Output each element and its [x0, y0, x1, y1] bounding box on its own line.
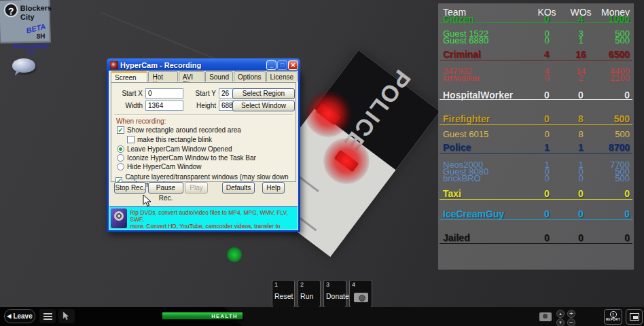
money-cell: 500	[592, 173, 630, 183]
leaderboard-player-row: kmwalker022100	[438, 73, 634, 82]
start-x-input[interactable]	[145, 88, 183, 98]
money-cell: 500	[592, 129, 630, 139]
report-button[interactable]: ! REPORT	[604, 309, 622, 325]
leaderboard-player-row: brickBRO00500	[438, 173, 634, 183]
kos-cell: 0	[535, 129, 558, 139]
tab-screen-area[interactable]: Screen Area	[111, 71, 147, 82]
hotbar-slot-2[interactable]: 2Run	[298, 280, 321, 308]
bottom-bar: ◀ Leave HEALTH ▲ + ▼ − ! REPORT	[0, 307, 644, 326]
health-fill: HEALTH	[162, 312, 243, 319]
select-region-button[interactable]: Select Region	[232, 88, 295, 99]
team-underline	[440, 153, 632, 153]
pause-rec-button[interactable]: Pause Rec.	[148, 182, 183, 194]
fullscreen-button[interactable]	[626, 309, 643, 325]
leaderboard-team-row: Jailed000	[438, 232, 634, 242]
kos-cell: 0	[535, 188, 558, 199]
leave-button[interactable]: ◀ Leave	[4, 309, 35, 323]
leaderboard-team-row: Citizen041000	[438, 14, 634, 23]
radio-selected-icon	[117, 145, 124, 153]
hypercam-body: Screen AreaHot KeysAVI FileSoundOptionsL…	[109, 71, 298, 230]
health-label: HEALTH	[211, 313, 238, 319]
hypercam-tabs: Screen AreaHot KeysAVI FileSoundOptionsL…	[111, 71, 298, 82]
tools-button[interactable]	[58, 309, 75, 323]
wos-cell: 8	[569, 129, 592, 139]
hide-window-radio[interactable]: Hide HyperCam Window	[117, 163, 201, 170]
width-input[interactable]	[145, 101, 183, 111]
leave-open-radio[interactable]: Leave HyperCam Window Opened	[117, 145, 232, 153]
select-window-button[interactable]: Select Window	[232, 101, 295, 111]
help-button[interactable]: Help	[262, 182, 285, 194]
defaults-button[interactable]: Defaults	[222, 182, 255, 194]
cursor-tool-icon	[62, 312, 71, 321]
zoom-in-button[interactable]: +	[567, 310, 575, 318]
siren-glow	[323, 138, 370, 184]
wos-cell: 16	[569, 49, 592, 60]
money-cell: 500	[592, 113, 630, 124]
name-cell: brickBRO	[443, 173, 481, 183]
blink-checkbox[interactable]: make this rectangle blink	[127, 136, 212, 143]
sign-title-line1: Blockers	[20, 3, 52, 12]
minimize-icon[interactable]: _	[266, 60, 276, 70]
leaderboard-player-row: Guest 688001500	[438, 35, 634, 45]
question-mark-icon: ?	[4, 3, 18, 17]
tab-sound[interactable]: Sound	[205, 71, 233, 82]
leaderboard: TeamKOsWOsMoneyCitizen041000Guest 152203…	[438, 3, 634, 270]
team-underline	[440, 219, 632, 220]
show-rectangle-label: Show rectangle around recorded area	[127, 126, 241, 134]
iconize-radio[interactable]: Iconize HyperCam Window to the Task Bar	[117, 154, 256, 162]
radio-icon	[117, 154, 124, 162]
tab-license[interactable]: License	[266, 71, 298, 82]
close-icon[interactable]: ✕	[288, 60, 298, 70]
show-rectangle-checkbox[interactable]: ✓ Show rectangle around recorded area	[117, 126, 241, 134]
maximize-icon[interactable]: □	[277, 60, 287, 70]
ad-line2: Rip DVDs, convert audio/video files to M…	[130, 209, 298, 223]
mouse-cursor	[143, 194, 152, 208]
leaderboard-team-row: Taxi000	[438, 188, 634, 198]
hypercam-titlebar[interactable]: HyperCam - Recording _ □ ✕	[107, 58, 300, 71]
sign-subtext-line1: Blockers City BETA	[14, 43, 49, 48]
ad-text: Video Converter Ultimate - download a Fr…	[130, 206, 298, 230]
green-marker	[227, 247, 242, 262]
stop-rec-button[interactable]: Stop Rec.	[114, 182, 146, 194]
team-underline	[440, 60, 632, 60]
name-cell: IceCreamGuy	[443, 209, 504, 219]
leave-open-label: Leave HyperCam Window Opened	[127, 145, 232, 153]
kos-cell: 0	[535, 209, 558, 219]
wos-cell: 1	[569, 35, 592, 46]
team-underline	[440, 199, 632, 200]
tab-options[interactable]: Options	[234, 71, 265, 82]
money-cell: 6500	[592, 49, 630, 60]
team-underline	[440, 124, 632, 125]
camera-up-button[interactable]: ▲	[556, 310, 565, 318]
checkbox-unchecked-icon	[127, 136, 135, 143]
money-cell: 500	[592, 35, 630, 46]
hypercam-title: HyperCam - Recording	[120, 61, 266, 69]
hotbar-slot-4[interactable]: 4	[349, 280, 372, 308]
health-bar: HEALTH	[161, 311, 244, 321]
team-underline	[440, 22, 632, 23]
slot-number: 1	[274, 281, 278, 288]
tab-avi-file[interactable]: AVI File	[179, 71, 204, 82]
slot-number: 3	[326, 281, 329, 288]
wos-cell: 8	[569, 113, 592, 124]
name-cell: Police	[443, 142, 471, 153]
leaderboard-team-row: Police118700	[438, 142, 634, 151]
report-label: REPORT	[605, 318, 622, 321]
back-arrow-icon: ◀	[7, 313, 11, 319]
tab-hot-keys[interactable]: Hot Keys	[148, 71, 177, 82]
leaderboard-team-row: HospitalWorker000	[438, 90, 634, 99]
hotbar-slot-3[interactable]: 3Donate	[323, 280, 346, 308]
kos-cell: 0	[535, 232, 558, 243]
money-cell: 0	[592, 209, 630, 219]
leaderboard-team-row: Firefighter08500	[438, 113, 634, 123]
screenshot-camera-button[interactable]	[539, 312, 552, 321]
ad-banner[interactable]: Video Converter Ultimate - download a Fr…	[109, 206, 298, 230]
name-cell: Criminal	[443, 49, 481, 60]
iconize-label: Iconize HyperCam Window to the Task Bar	[127, 154, 256, 162]
kos-cell: 0	[535, 113, 558, 124]
menu-button[interactable]	[39, 309, 56, 323]
camera-down-button[interactable]: ▼	[556, 319, 565, 326]
hotbar-slot-1[interactable]: 1Reset	[272, 280, 295, 308]
zoom-out-button[interactable]: −	[567, 319, 575, 326]
start-y-label: Start Y	[187, 90, 216, 97]
